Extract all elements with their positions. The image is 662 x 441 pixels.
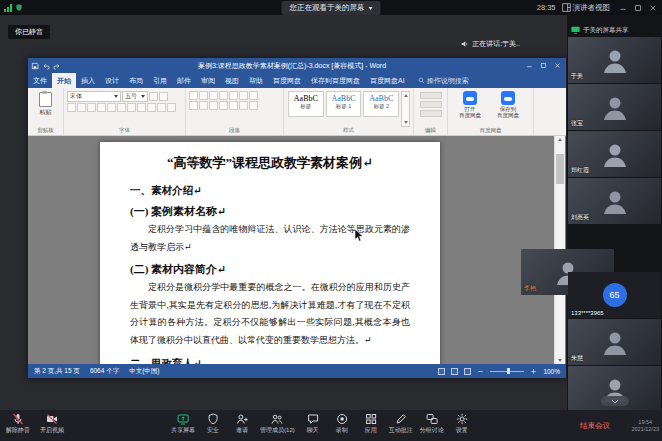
tab-save-to-netdisk[interactable]: 保存到百度网盘	[306, 73, 365, 88]
share-screen-button[interactable]: 共享屏幕	[171, 413, 195, 435]
char-border-button[interactable]	[167, 103, 176, 112]
tell-me-search[interactable]: 操作说明搜索	[418, 76, 469, 86]
zoom-out-icon[interactable]	[477, 368, 484, 375]
undo-icon[interactable]	[42, 62, 50, 70]
tab-mailings[interactable]: 邮件	[172, 73, 196, 88]
paste-button[interactable]: 粘贴	[31, 92, 60, 117]
participant-tile[interactable]: 65 133****3965	[568, 272, 661, 318]
sort-button[interactable]	[239, 91, 248, 100]
replace-button[interactable]	[420, 101, 442, 108]
superscript-button[interactable]	[117, 103, 126, 112]
participant-tile[interactable]: 郑红霞	[568, 131, 661, 177]
scrollbar-thumb[interactable]	[556, 154, 564, 184]
end-meeting-button[interactable]: 结束会议	[574, 418, 616, 434]
justify-button[interactable]	[219, 101, 228, 110]
word-minimize-button[interactable]	[523, 60, 535, 71]
participant-tile[interactable]: 刘惠英	[568, 178, 661, 224]
underline-button[interactable]	[87, 103, 96, 112]
participant-tile[interactable]: 于美	[568, 37, 661, 83]
style-card-heading1[interactable]: AaBbC 标题 1	[326, 91, 362, 117]
apps-button[interactable]: 应用	[360, 413, 382, 435]
select-button[interactable]	[420, 110, 442, 117]
increase-indent-button[interactable]	[229, 91, 238, 100]
save-to-netdisk-button[interactable]: 保存到 百度网盘	[489, 91, 527, 119]
align-center-button[interactable]	[199, 101, 208, 110]
word-close-button[interactable]	[551, 60, 563, 71]
tab-references[interactable]: 引用	[148, 73, 172, 88]
web-layout-button[interactable]	[464, 368, 471, 375]
zoom-in-icon[interactable]	[530, 368, 537, 375]
settings-button[interactable]: 设置	[451, 413, 473, 435]
unmute-button[interactable]: 解除静音	[6, 413, 30, 435]
bold-button[interactable]	[67, 103, 76, 112]
annotate-button[interactable]: 互动批注	[389, 413, 413, 435]
muted-toast: 你已静音	[8, 25, 50, 39]
breakout-rooms-button[interactable]: 分组讨论	[420, 413, 444, 435]
numbering-button[interactable]	[199, 91, 208, 100]
close-button[interactable]	[646, 1, 660, 14]
document-page[interactable]: “高等数学”课程思政教学素材案例↵ 一、素材介绍↵ (一) 案例素材名称↵ 定积…	[100, 142, 440, 364]
maximize-button[interactable]	[631, 1, 645, 14]
word-restore-button[interactable]	[537, 60, 549, 71]
minimize-button[interactable]	[616, 1, 630, 14]
font-size-combo[interactable]: 五号	[122, 91, 148, 102]
shrink-font-button[interactable]	[159, 92, 168, 101]
language-indicator[interactable]: 中文(中国)	[129, 367, 159, 376]
save-icon[interactable]	[31, 62, 39, 70]
tab-insert[interactable]: 插入	[76, 73, 100, 88]
zoom-slider[interactable]	[490, 371, 524, 372]
document-title: 案例3:课程思政教学素材案例(汇总)-3.docx [兼容模式] - Word	[64, 61, 520, 71]
style-card-heading2[interactable]: AaBbC 标题 2	[363, 91, 399, 117]
tab-baidu-netdisk[interactable]: 百度网盘	[268, 73, 306, 88]
speaker-view-button[interactable]: 演讲者视图	[562, 3, 611, 13]
tab-review[interactable]: 审阅	[196, 73, 220, 88]
tab-netdisk-ai[interactable]: 百度网盘AI	[365, 73, 410, 88]
invite-button[interactable]: 邀请	[231, 413, 253, 435]
document-canvas[interactable]: “高等数学”课程思政教学素材案例↵ 一、素材介绍↵ (一) 案例素材名称↵ 定积…	[28, 136, 566, 364]
scroll-more-participants-button[interactable]	[601, 396, 629, 406]
shading-button[interactable]	[239, 101, 248, 110]
tab-layout[interactable]: 布局	[124, 73, 148, 88]
style-card-title[interactable]: AaBbC 标题	[288, 91, 324, 117]
chat-button[interactable]: 聊天	[302, 413, 324, 435]
tab-file[interactable]: 文件	[28, 73, 52, 88]
tab-view[interactable]: 视图	[220, 73, 244, 88]
tab-home[interactable]: 开始	[52, 73, 76, 88]
zoom-level[interactable]: 100%	[543, 368, 560, 375]
watching-banner[interactable]: 您正在观看于美的屏幕	[282, 1, 381, 15]
decrease-indent-button[interactable]	[219, 91, 228, 100]
char-shading-button[interactable]	[157, 103, 166, 112]
manage-members-button[interactable]: 管理成员(12)	[260, 413, 295, 435]
person-silhouette	[595, 329, 635, 355]
participant-tile[interactable]: 朱慧	[568, 319, 661, 365]
subscript-button[interactable]	[107, 103, 116, 112]
borders-button[interactable]	[249, 101, 258, 110]
open-netdisk-button[interactable]: 打开 百度网盘	[451, 91, 489, 119]
font-color-button[interactable]	[147, 103, 156, 112]
start-video-button[interactable]: 开启视频	[40, 413, 64, 435]
font-name-combo[interactable]: 宋体	[67, 91, 121, 102]
security-button[interactable]: 安全	[202, 413, 224, 435]
redo-icon[interactable]	[53, 62, 61, 70]
tab-help[interactable]: 帮助	[244, 73, 268, 88]
styles-gallery-scroll[interactable]	[401, 91, 410, 127]
show-marks-button[interactable]	[249, 91, 258, 100]
italic-button[interactable]	[77, 103, 86, 112]
multilevel-list-button[interactable]	[209, 91, 218, 100]
record-button[interactable]: 录制	[331, 413, 353, 435]
print-layout-button[interactable]	[451, 368, 458, 375]
find-button[interactable]	[420, 92, 442, 99]
text-effects-button[interactable]	[127, 103, 136, 112]
highlight-button[interactable]	[137, 103, 146, 112]
align-right-button[interactable]	[209, 101, 218, 110]
grow-font-button[interactable]	[149, 92, 158, 101]
strikethrough-button[interactable]	[97, 103, 106, 112]
bullets-button[interactable]	[189, 91, 198, 100]
align-left-button[interactable]	[189, 101, 198, 110]
page-indicator[interactable]: 第 2 页,共 15 页	[34, 367, 80, 376]
line-spacing-button[interactable]	[229, 101, 238, 110]
word-count[interactable]: 6064 个字	[90, 367, 119, 376]
read-mode-button[interactable]	[438, 368, 445, 375]
participant-tile[interactable]: 张宝	[568, 84, 661, 130]
tab-design[interactable]: 设计	[100, 73, 124, 88]
